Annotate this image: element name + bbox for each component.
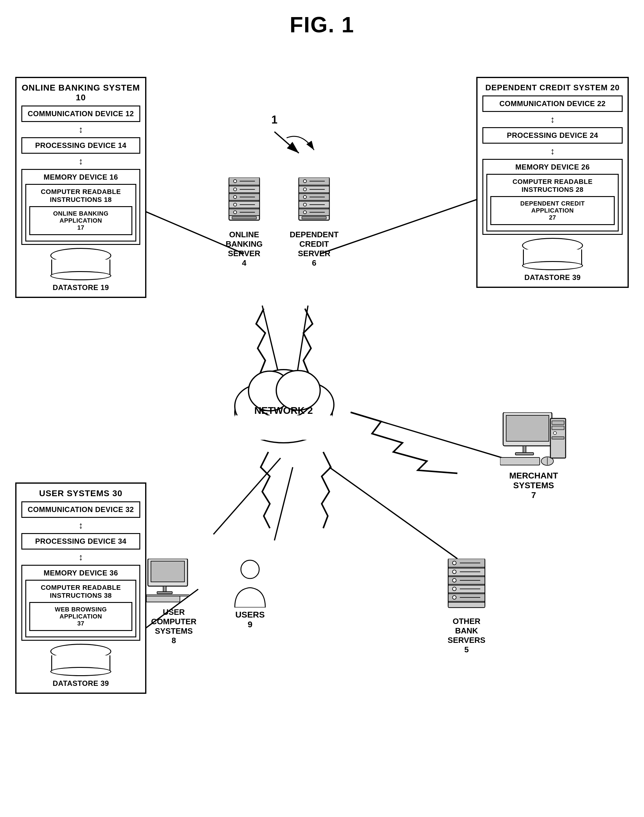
dcs-server-label: DEPENDENT CREDIT SERVER (290, 230, 339, 258)
svg-point-82 (452, 587, 456, 591)
obs-cylinder-bottom (50, 271, 111, 280)
svg-rect-68 (157, 592, 172, 594)
svg-line-5 (213, 458, 281, 534)
svg-point-71 (241, 560, 259, 578)
us-arrow2: ↕ (21, 552, 140, 563)
svg-point-50 (276, 371, 320, 410)
dcs-mem-device: MEMORY DEVICE 26 COMPUTER READABLE INSTR… (482, 159, 623, 235)
obs-comm-device: COMMUNICATION DEVICE 12 (21, 106, 140, 122)
svg-rect-54 (506, 415, 549, 441)
obs-arrow1: ↕ (21, 124, 140, 135)
svg-line-4 (351, 412, 503, 458)
obs-application: ONLINE BANKING APPLICATION 17 (29, 206, 132, 235)
diagram-ref-label: 1 (271, 113, 278, 126)
svg-rect-57 (500, 457, 540, 465)
svg-point-20 (233, 203, 237, 206)
obs-title: ONLINE BANKING SYSTEM 10 (21, 83, 140, 103)
user-computer-icon (146, 559, 201, 604)
obs-mem-device: MEMORY DEVICE 16 COMPUTER READABLE INSTR… (21, 169, 140, 245)
dcs-arrow1: ↕ (482, 114, 623, 125)
dcs-title: DEPENDENT CREDIT SYSTEM 20 (482, 83, 623, 92)
svg-text:NETWORK 2: NETWORK 2 (254, 405, 313, 416)
obs-server-label: ONLINE BANKING SERVER (225, 230, 262, 258)
dcs-server: DEPENDENT CREDIT SERVER 6 (290, 178, 339, 268)
svg-line-7 (329, 467, 457, 559)
svg-point-17 (233, 179, 237, 183)
dep-credit-system-box: DEPENDENT CREDIT SYSTEM 20 COMMUNICATION… (476, 77, 629, 288)
us-arrow1: ↕ (21, 520, 140, 530)
user-computer-number: 8 (146, 636, 201, 645)
dcs-cylinder-bottom (522, 261, 583, 270)
svg-rect-44 (302, 216, 326, 219)
dcs-proc-device: PROCESSING DEVICE 24 (482, 127, 623, 144)
svg-point-38 (304, 211, 307, 214)
us-datastore-label: DATASTORE 39 (21, 679, 140, 688)
svg-point-37 (304, 203, 307, 206)
users-label: USERS (232, 610, 268, 620)
svg-rect-62 (552, 426, 564, 430)
dcs-comm-device: COMMUNICATION DEVICE 22 (482, 95, 623, 112)
svg-rect-56 (515, 452, 534, 455)
dcs-server-icon (296, 178, 332, 226)
merchant-number: 7 (500, 491, 567, 500)
dcs-datastore-label: DATASTORE 39 (482, 273, 623, 282)
us-instructions: COMPUTER READABLE INSTRUCTIONS 38 WEB BR… (25, 580, 136, 638)
svg-rect-66 (151, 561, 184, 582)
svg-line-1 (320, 199, 479, 254)
us-application: WEB BROWSING APPLICATION 37 (29, 602, 132, 631)
merchant-systems: MERCHANT SYSTEMS 7 (500, 412, 567, 500)
bank-servers-label: OTHER BANK SERVERS (445, 617, 488, 645)
obs-instructions: COMPUTER READABLE INSTRUCTIONS 18 ONLINE… (25, 184, 136, 242)
svg-line-6 (274, 467, 293, 540)
dcs-arrow2: ↕ (482, 146, 623, 156)
svg-rect-78 (448, 602, 485, 607)
obs-arrow2: ↕ (21, 156, 140, 167)
svg-point-80 (452, 570, 456, 574)
svg-point-36 (304, 195, 307, 199)
dcs-datastore-wrapper (522, 238, 583, 270)
user-computer-label: USER COMPUTER SYSTEMS (146, 607, 201, 636)
svg-point-18 (233, 188, 237, 191)
obs-proc-device: PROCESSING DEVICE 14 (21, 137, 140, 154)
svg-rect-51 (235, 415, 332, 440)
page-title: FIG. 1 (0, 0, 644, 46)
svg-rect-64 (552, 437, 564, 439)
svg-rect-70 (146, 595, 189, 596)
us-cylinder-bottom (50, 667, 111, 676)
obs-datastore-label: DATASTORE 19 (21, 283, 140, 292)
dcs-server-number: 6 (290, 258, 339, 268)
users: USERS 9 (232, 559, 268, 630)
dcs-instructions: COMPUTER READABLE INSTRUCTIONS 28 DEPEND… (486, 174, 619, 231)
users-person-icon (232, 559, 268, 607)
other-bank-servers: OTHER BANK SERVERS 5 (445, 559, 488, 655)
svg-point-34 (304, 179, 307, 183)
user-systems-box: USER SYSTEMS 30 COMMUNICATION DEVICE 32 … (15, 483, 146, 694)
merchant-label: MERCHANT SYSTEMS (500, 471, 567, 491)
users-number: 9 (232, 620, 268, 630)
user-computer-systems: USER COMPUTER SYSTEMS 8 (146, 559, 201, 645)
us-datastore-wrapper (50, 644, 111, 676)
us-title: USER SYSTEMS 30 (21, 489, 140, 498)
svg-point-81 (452, 578, 456, 582)
merchant-computer-icon (500, 412, 567, 467)
network-cloud-svg: NETWORK 2 (222, 357, 345, 455)
obs-server-icon (226, 178, 262, 226)
svg-line-9 (274, 132, 299, 153)
obs-server: ONLINE BANKING SERVER 4 (225, 178, 262, 268)
us-comm-device: COMMUNICATION DEVICE 32 (21, 501, 140, 518)
dcs-application: DEPENDENT CREDIT APPLICATION 27 (490, 196, 615, 225)
us-mem-device: MEMORY DEVICE 36 COMPUTER READABLE INSTR… (21, 565, 140, 641)
svg-point-21 (233, 211, 237, 214)
bank-server-icon (445, 559, 488, 613)
diagram-container: ONLINE BANKING SYSTEM 10 COMMUNICATION D… (0, 46, 644, 817)
svg-rect-61 (552, 421, 564, 425)
svg-rect-69 (146, 596, 180, 602)
svg-point-35 (304, 188, 307, 191)
svg-point-83 (452, 596, 456, 599)
bank-servers-number: 5 (445, 645, 488, 655)
obs-datastore-wrapper (50, 248, 111, 280)
svg-point-63 (554, 432, 557, 435)
online-banking-system-box: ONLINE BANKING SYSTEM 10 COMMUNICATION D… (15, 77, 146, 298)
svg-point-19 (233, 195, 237, 199)
svg-point-79 (452, 561, 456, 565)
